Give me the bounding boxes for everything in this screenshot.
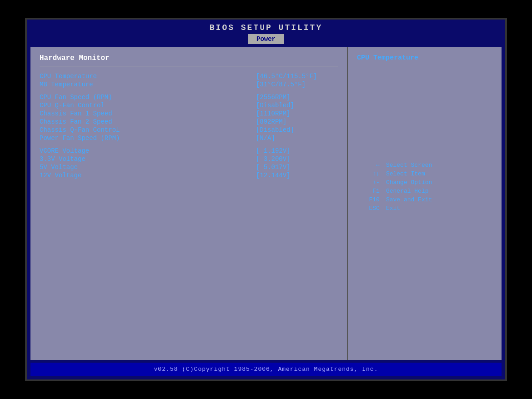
row-value: [31°C/87.5°F]	[256, 81, 338, 88]
row-value: [892RPM]	[256, 118, 338, 125]
divider	[40, 66, 338, 66]
row-label: Power Fan Speed (RPM)	[40, 135, 158, 142]
key-desc: Select Item	[386, 170, 425, 177]
row-value: [46.5°C/115.5°F]	[256, 73, 338, 80]
row-label: Chassis Fan 2 Speed	[40, 118, 158, 125]
row-value: [Disabled]	[256, 126, 338, 134]
key-help-row: +-Change Option	[357, 179, 492, 186]
right-panel: CPU Temperature ↔Select Screen↑↓Select I…	[348, 47, 502, 360]
tab-row: Power	[27, 34, 505, 44]
row-value: [12.144V]	[256, 172, 338, 179]
key-desc: Select Screen	[386, 162, 432, 169]
table-row: Power Fan Speed (RPM)[N/A]	[40, 135, 338, 142]
row-label: CPU Temperature	[40, 73, 158, 80]
table-row: CPU Temperature[46.5°C/115.5°F]	[40, 73, 338, 80]
key-name: F1	[357, 188, 380, 195]
table-row: MB Temperature[31°C/87.5°F]	[40, 81, 338, 88]
voltage-section: VCORE Voltage[ 1.192V]3.3V Voltage[ 3.20…	[40, 147, 338, 179]
row-label: Chassis Fan 1 Speed	[40, 110, 158, 117]
tab-power[interactable]: Power	[248, 34, 284, 44]
key-help-row: ↔Select Screen	[357, 162, 492, 169]
key-help-row: F1General Help	[357, 188, 492, 195]
row-label: CPU Q-Fan Control	[40, 102, 158, 109]
row-label: Chassis Q-Fan Control	[40, 126, 158, 134]
row-value: [ 3.200V]	[256, 155, 338, 163]
key-help-row: ↑↓Select Item	[357, 170, 492, 177]
content-area: Hardware Monitor CPU Temperature[46.5°C/…	[30, 47, 502, 360]
row-label: MB Temperature	[40, 81, 158, 88]
row-value: [1110RPM]	[256, 110, 338, 117]
key-name: +-	[357, 179, 380, 186]
key-name: ↑↓	[357, 170, 380, 177]
row-label: 3.3V Voltage	[40, 155, 158, 163]
panel-title: Hardware Monitor	[40, 54, 338, 62]
table-row: 12V Voltage[12.144V]	[40, 172, 338, 179]
row-value: [Disabled]	[256, 102, 338, 109]
table-row: CPU Q-Fan Control[Disabled]	[40, 102, 338, 109]
key-help-row: ESCExit	[357, 205, 492, 212]
row-label: VCORE Voltage	[40, 147, 158, 155]
row-label: 12V Voltage	[40, 172, 158, 179]
key-name: ESC	[357, 205, 380, 212]
bios-title: BIOS SETUP UTILITY	[27, 20, 505, 34]
footer: v02.58 (C)Copyright 1985-2006, American …	[30, 363, 502, 376]
row-value: [N/A]	[256, 135, 338, 142]
key-help-row: F10Save and Exit	[357, 196, 492, 203]
table-row: 3.3V Voltage[ 3.200V]	[40, 155, 338, 163]
spacer1	[40, 89, 338, 94]
table-row: Chassis Fan 2 Speed[892RPM]	[40, 118, 338, 125]
left-panel: Hardware Monitor CPU Temperature[46.5°C/…	[30, 47, 348, 360]
right-panel-title: CPU Temperature	[357, 54, 492, 62]
spacer2	[40, 143, 338, 147]
table-row: CPU Fan Speed (RPM)[2556RPM]	[40, 94, 338, 101]
row-value: [ 1.192V]	[256, 147, 338, 155]
table-row: 5V Voltage[ 5.017V]	[40, 164, 338, 171]
temperature-section: CPU Temperature[46.5°C/115.5°F]MB Temper…	[40, 73, 338, 88]
key-desc: General Help	[386, 188, 429, 195]
key-desc: Save and Exit	[386, 196, 432, 203]
row-value: [ 5.017V]	[256, 164, 338, 171]
table-row: VCORE Voltage[ 1.192V]	[40, 147, 338, 155]
row-label: CPU Fan Speed (RPM)	[40, 94, 158, 101]
key-desc: Change Option	[386, 179, 432, 186]
key-name: F10	[357, 196, 380, 203]
table-row: Chassis Q-Fan Control[Disabled]	[40, 126, 338, 134]
key-help-section: ↔Select Screen↑↓Select Item+-Change Opti…	[357, 162, 492, 212]
key-desc: Exit	[386, 205, 400, 212]
fan-section: CPU Fan Speed (RPM)[2556RPM]CPU Q-Fan Co…	[40, 94, 338, 142]
row-label: 5V Voltage	[40, 164, 158, 171]
key-name: ↔	[357, 162, 380, 169]
bios-screen: BIOS SETUP UTILITY Power Hardware Monito…	[25, 18, 507, 381]
row-value: [2556RPM]	[256, 94, 338, 101]
table-row: Chassis Fan 1 Speed[1110RPM]	[40, 110, 338, 117]
